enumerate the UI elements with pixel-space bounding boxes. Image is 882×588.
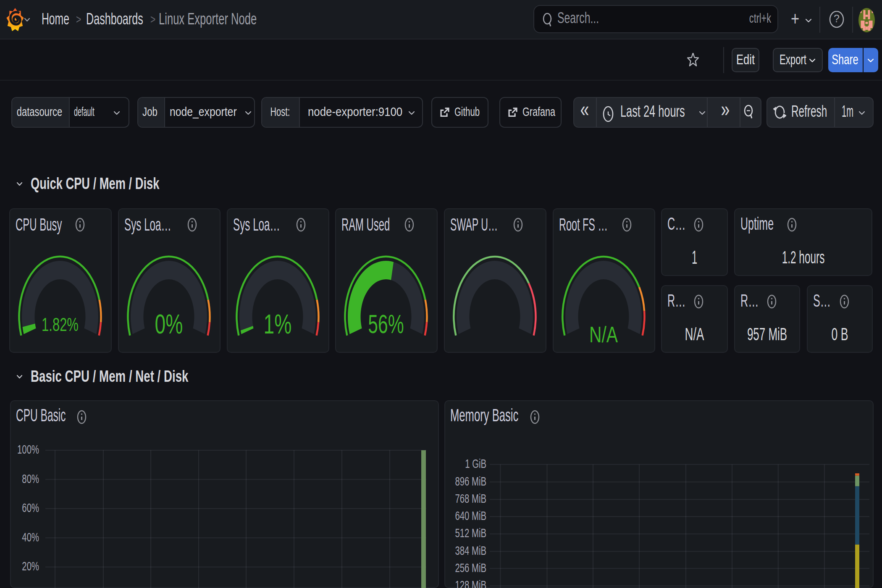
svg-text:?: ? [834,13,840,24]
